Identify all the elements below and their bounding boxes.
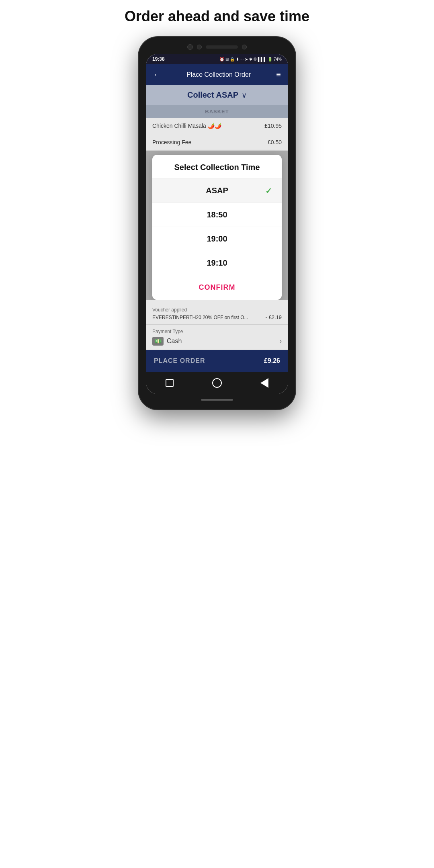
location-icon: ➤: [245, 57, 248, 61]
item-name-chicken: Chicken Chilli Masala 🌶️🌶️: [152, 123, 221, 129]
battery-icon: 🔋: [268, 57, 272, 61]
square-icon: [166, 379, 174, 387]
payment-left: 💵 Cash: [152, 337, 182, 346]
camera-left: [187, 44, 193, 50]
camera-center: [197, 45, 202, 49]
bluetooth-icon: ✱: [249, 57, 252, 61]
menu-button[interactable]: ≡: [276, 70, 281, 79]
triangle-icon: [260, 378, 268, 388]
checkmark-asap: ✓: [265, 186, 272, 196]
voucher-label: Voucher applied: [152, 307, 282, 313]
home-indicator: [201, 399, 233, 401]
nav-home-button[interactable]: [211, 377, 223, 389]
r-icon: ®: [254, 57, 256, 61]
modal-overlay: Select Collection Time ASAP ✓ 18:50 19:0…: [146, 151, 288, 350]
nav-title: Place Collection Order: [186, 71, 251, 78]
phone-bottom-bar: [146, 397, 288, 402]
basket-label: BASKET: [146, 105, 288, 118]
collect-banner[interactable]: Collect ASAP ∨: [146, 85, 288, 105]
phone-top-bar: [146, 44, 288, 50]
collect-banner-chevron: ∨: [242, 91, 247, 100]
time-option-1850[interactable]: 18:50: [152, 203, 282, 227]
lock-icon: 🔒: [230, 57, 235, 61]
place-order-price: £9.26: [264, 357, 280, 364]
nav-square-button[interactable]: [164, 377, 175, 389]
confirm-button[interactable]: CONFIRM: [152, 275, 282, 300]
status-bar: 19:38 ⏰ ⊟ 🔒 ⬇ ··· ➤ ✱ ® ▌▌▌ 🔋 74%: [146, 54, 288, 64]
signal-icon: ▌▌▌: [258, 57, 266, 61]
voucher-section: Voucher applied EVERESTINPERTH20 20% OFF…: [146, 303, 288, 325]
payment-label: Payment Type: [152, 329, 282, 334]
back-button[interactable]: ←: [153, 70, 161, 79]
dots-icon: ···: [240, 57, 244, 61]
cash-icon: 💵: [152, 337, 164, 346]
nav-bar: ← Place Collection Order ≡: [146, 64, 288, 85]
item-name-fee: Processing Fee: [152, 139, 191, 145]
status-time: 19:38: [152, 56, 165, 62]
order-item-chicken: Chicken Chilli Masala 🌶️🌶️ £10.95: [146, 118, 288, 134]
time-option-asap[interactable]: ASAP ✓: [152, 179, 282, 203]
battery-pct: 74%: [274, 57, 282, 61]
nav-back-button[interactable]: [259, 377, 270, 389]
voucher-discount: - £2.19: [266, 314, 282, 320]
voucher-code: EVERESTINPERTH20 20% OFF on first O...: [152, 315, 266, 320]
circle-icon: [212, 378, 222, 388]
bottom-nav: [146, 372, 288, 394]
item-price-fee: £0.50: [268, 139, 282, 145]
phone-screen: 19:38 ⏰ ⊟ 🔒 ⬇ ··· ➤ ✱ ® ▌▌▌ 🔋 74% ← Plac…: [146, 54, 288, 394]
speaker: [206, 45, 238, 49]
order-item-fee: Processing Fee £0.50: [146, 134, 288, 151]
time-option-1900[interactable]: 19:00: [152, 227, 282, 251]
time-label-1900: 19:00: [207, 234, 227, 244]
place-order-bar[interactable]: PLACE ORDER £9.26: [146, 350, 288, 372]
download-icon: ⬇: [236, 57, 239, 61]
camera-right: [242, 45, 247, 49]
time-label-1850: 18:50: [207, 210, 227, 219]
place-order-label: PLACE ORDER: [154, 357, 205, 364]
modal-title: Select Collection Time: [152, 155, 282, 179]
status-icons: ⏰ ⊟ 🔒 ⬇ ··· ➤ ✱ ® ▌▌▌ 🔋 74%: [219, 57, 282, 61]
order-items: Chicken Chilli Masala 🌶️🌶️ £10.95 Proces…: [146, 118, 288, 151]
time-option-1910[interactable]: 19:10: [152, 251, 282, 275]
nfc-icon: ⊟: [225, 57, 229, 61]
time-label-asap: ASAP: [206, 186, 228, 195]
payment-chevron: ›: [280, 338, 282, 345]
page-title: Order ahead and save time: [108, 8, 326, 25]
payment-row[interactable]: 💵 Cash ›: [152, 337, 282, 346]
payment-type: Cash: [167, 338, 182, 345]
collection-time-modal: Select Collection Time ASAP ✓ 18:50 19:0…: [152, 155, 282, 300]
phone-frame: 19:38 ⏰ ⊟ 🔒 ⬇ ··· ➤ ✱ ® ▌▌▌ 🔋 74% ← Plac…: [139, 37, 295, 409]
collect-banner-text: Collect ASAP: [187, 90, 238, 100]
below-modal: Voucher applied EVERESTINPERTH20 20% OFF…: [146, 300, 288, 350]
payment-section: Payment Type 💵 Cash ›: [146, 325, 288, 350]
item-price-chicken: £10.95: [264, 123, 282, 129]
time-label-1910: 19:10: [207, 258, 227, 268]
modal-backdrop: Select Collection Time ASAP ✓ 18:50 19:0…: [146, 151, 288, 300]
alarm-icon: ⏰: [219, 57, 224, 61]
voucher-row: EVERESTINPERTH20 20% OFF on first O... -…: [152, 314, 282, 320]
